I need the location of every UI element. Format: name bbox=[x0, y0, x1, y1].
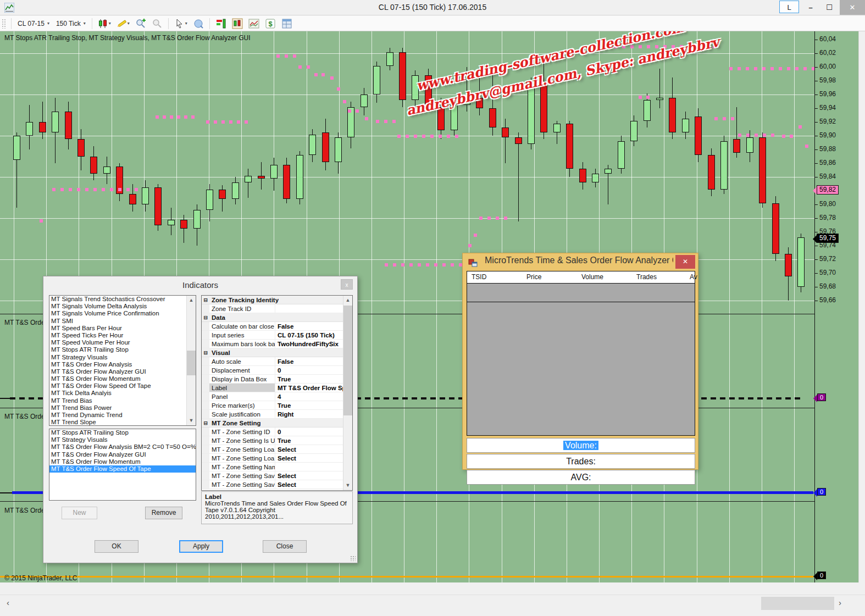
microtrends-close-button[interactable]: ✕ bbox=[675, 255, 695, 269]
list-item[interactable]: MT Strategy Visuals bbox=[49, 354, 186, 361]
list-item[interactable]: MT Signals Trend Stochastics Crossover bbox=[49, 296, 186, 303]
property-value[interactable]: Select bbox=[275, 471, 343, 480]
property-row[interactable]: Input seriesCL 07-15 (150 Tick) bbox=[202, 331, 343, 340]
property-row[interactable]: Maximum bars look baTwoHundredFiftySix bbox=[202, 340, 343, 348]
footer-row[interactable]: AVG: bbox=[467, 470, 695, 485]
property-row[interactable]: Scale justificationRight bbox=[202, 410, 343, 419]
close-button[interactable]: ✕ bbox=[840, 0, 865, 15]
property-row[interactable]: Displacement0 bbox=[202, 366, 343, 375]
property-row[interactable]: LabelMT T&S Order Flow Sp bbox=[202, 384, 343, 392]
chart-window-button[interactable] bbox=[230, 17, 245, 30]
collapse-icon[interactable]: ⊟ bbox=[202, 419, 209, 427]
chart-style-button[interactable]: ▾ bbox=[96, 17, 113, 30]
configured-indicators-list[interactable]: MT Stops ATR Trailing StopMT Strategy Vi… bbox=[49, 429, 196, 501]
footer-row[interactable]: Trades: bbox=[467, 454, 695, 469]
list-item[interactable]: MT T&S Order Flow Analyzer GUI bbox=[49, 451, 196, 458]
scrollbar-thumb[interactable] bbox=[761, 597, 834, 610]
property-row[interactable]: Calculate on bar closeFalse bbox=[202, 322, 343, 331]
available-indicators-list[interactable]: MT Signals Trend Stochastics CrossoverMT… bbox=[49, 295, 196, 426]
property-group[interactable]: ⊟MT Zone Setting bbox=[202, 419, 343, 428]
list-item[interactable]: MT Tick Delta Analyis bbox=[49, 390, 186, 397]
horizontal-scrollbar[interactable]: ‹ › bbox=[0, 595, 865, 611]
property-row[interactable]: MT - Zone Setting Nam bbox=[202, 463, 343, 471]
zoom-in-button[interactable] bbox=[133, 17, 148, 30]
collapse-icon[interactable]: ⊟ bbox=[202, 296, 209, 304]
property-group[interactable]: ⊟Zone Tracking Identity bbox=[202, 296, 343, 304]
market-analyzer-button[interactable] bbox=[213, 17, 229, 30]
property-grid-scrollbar[interactable]: ▲ ▼ bbox=[343, 296, 352, 490]
property-value[interactable] bbox=[275, 463, 343, 471]
account-button[interactable]: $ bbox=[263, 17, 278, 30]
property-value[interactable]: Select bbox=[275, 445, 343, 453]
drawing-tools-button[interactable]: ▾ bbox=[114, 17, 132, 30]
property-value[interactable]: True bbox=[275, 401, 343, 409]
property-value[interactable]: 0 bbox=[275, 428, 343, 436]
property-group[interactable]: ⊟Visual bbox=[202, 348, 343, 357]
list-item[interactable]: MT T&S Order Flow Analysis bbox=[49, 361, 186, 368]
close-button[interactable]: Close bbox=[263, 540, 307, 553]
property-row[interactable]: MT - Zone Setting LoaSelect bbox=[202, 445, 343, 454]
price-axis[interactable]: 60,0460,0260,0059,9859,9659,9459,9259,90… bbox=[814, 31, 858, 582]
list-item[interactable]: MT Stops ATR Trailing Stop bbox=[49, 346, 186, 353]
list-item[interactable]: MT T&S Order Flow Speed Of Tape bbox=[49, 382, 186, 390]
scroll-left-icon[interactable]: ‹ bbox=[7, 598, 9, 607]
crosshair-button[interactable] bbox=[191, 17, 206, 30]
property-value[interactable]: Select bbox=[275, 454, 343, 462]
maximize-button[interactable]: ☐ bbox=[821, 1, 838, 14]
line-chart-button[interactable] bbox=[246, 17, 262, 30]
list-item[interactable]: MT Stops ATR Trailing Stop bbox=[49, 429, 196, 436]
scroll-up-icon[interactable]: ▲ bbox=[343, 296, 352, 305]
apply-button[interactable]: Apply bbox=[179, 540, 223, 553]
property-row[interactable]: Price marker(s)True bbox=[202, 401, 343, 410]
link-button[interactable]: L bbox=[779, 1, 799, 13]
new-button[interactable]: New bbox=[62, 507, 97, 519]
scrollbar-thumb[interactable] bbox=[343, 306, 352, 415]
scroll-down-icon[interactable]: ▼ bbox=[187, 416, 196, 425]
list-item[interactable]: MT Speed Bars Per Hour bbox=[49, 325, 186, 332]
cursor-tool-button[interactable]: ▾ bbox=[172, 17, 190, 30]
list-item[interactable]: MT T&S Order Flow Speed Of Tape bbox=[49, 465, 196, 473]
property-value[interactable] bbox=[275, 304, 343, 313]
property-value[interactable]: True bbox=[275, 436, 343, 445]
property-value[interactable]: MT T&S Order Flow Sp bbox=[275, 384, 343, 392]
property-value[interactable]: True bbox=[275, 375, 343, 383]
property-row[interactable]: Auto scaleFalse bbox=[202, 357, 343, 366]
ok-button[interactable]: OK bbox=[95, 540, 138, 553]
list-item[interactable]: MT Signals Volume Delta Analysis bbox=[49, 303, 186, 310]
property-row[interactable]: MT - Zone Setting SavSelect bbox=[202, 480, 343, 489]
list-item[interactable]: MT T&S Order Flow Analysis BM=2 C=0 T=50… bbox=[49, 443, 196, 451]
property-row[interactable]: MT - Zone Setting ID0 bbox=[202, 428, 343, 436]
property-row[interactable]: Zone Track ID bbox=[202, 304, 343, 313]
scrollbar-thumb[interactable] bbox=[187, 351, 196, 375]
scroll-up-icon[interactable]: ▲ bbox=[187, 296, 196, 305]
list-item[interactable]: MT Speed Ticks Per Hour bbox=[49, 332, 186, 339]
list-scrollbar[interactable]: ▲ ▼ bbox=[186, 296, 196, 425]
remove-button[interactable]: Remove bbox=[145, 507, 182, 519]
property-value[interactable]: Right bbox=[275, 410, 343, 418]
list-item[interactable]: MT Strategy Visuals bbox=[49, 436, 196, 443]
minimize-button[interactable]: – bbox=[802, 1, 819, 14]
list-item[interactable]: MT Speed Volume Per Hour bbox=[49, 339, 186, 346]
scroll-right-icon[interactable]: › bbox=[839, 598, 841, 607]
property-value[interactable]: 0 bbox=[275, 366, 343, 374]
instrument-selector[interactable]: CL 07-15 ▾ bbox=[14, 19, 53, 29]
scroll-down-icon[interactable]: ▼ bbox=[343, 481, 352, 490]
toolbar-grip[interactable] bbox=[2, 19, 6, 29]
resize-grip[interactable] bbox=[350, 556, 356, 561]
property-value[interactable]: False bbox=[275, 322, 343, 330]
property-row[interactable]: Display in Data BoxTrue bbox=[202, 375, 343, 384]
list-item[interactable]: MT Trend Bias Power bbox=[49, 404, 186, 412]
property-row[interactable]: Panel4 bbox=[202, 392, 343, 401]
property-row[interactable]: MT - Zone Setting LoaSelect bbox=[202, 454, 343, 463]
property-value[interactable]: 4 bbox=[275, 392, 343, 401]
zoom-out-button[interactable] bbox=[149, 17, 165, 30]
property-group[interactable]: ⊟Data bbox=[202, 313, 343, 322]
dialog-close-button[interactable]: x bbox=[341, 279, 353, 290]
list-item[interactable]: MT SMI bbox=[49, 318, 186, 325]
property-value[interactable]: TwoHundredFiftySix bbox=[275, 340, 343, 348]
property-row[interactable]: MT - Zone Setting Is UTrue bbox=[202, 436, 343, 445]
collapse-icon[interactable]: ⊟ bbox=[202, 348, 209, 357]
property-grid[interactable]: ⊟Zone Tracking IdentityZone Track ID⊟Dat… bbox=[201, 295, 353, 491]
property-value[interactable]: False bbox=[275, 357, 343, 365]
list-item[interactable]: MT Signals Volume Price Confirmation bbox=[49, 310, 186, 317]
